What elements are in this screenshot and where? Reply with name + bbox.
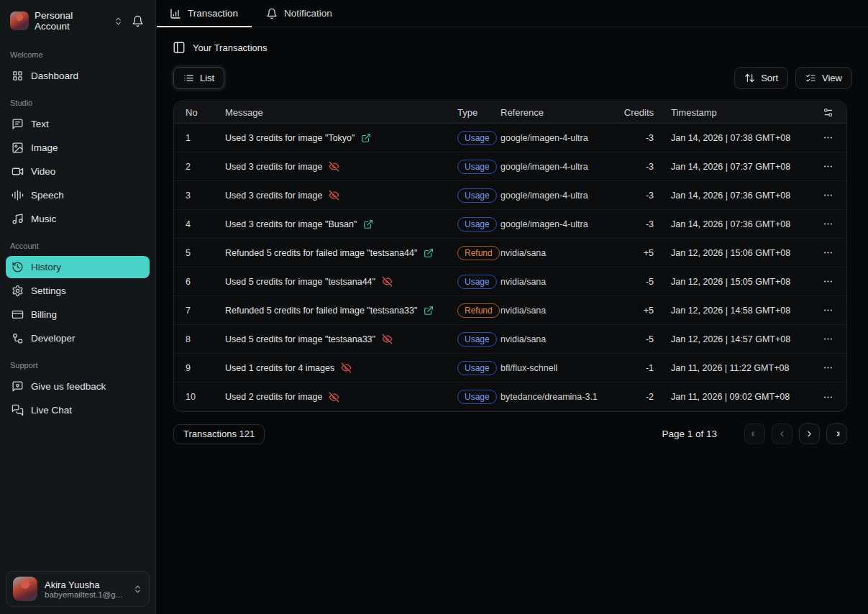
sidebar-item-history[interactable]: History — [6, 256, 150, 278]
header-credits: Credits — [619, 107, 654, 118]
row-actions-button[interactable] — [820, 389, 836, 405]
sidebar-item-speech[interactable]: Speech — [6, 184, 150, 206]
sidebar-item-billing[interactable]: Billing — [6, 303, 150, 326]
previous-page-button[interactable] — [772, 423, 792, 444]
user-email: babyemailtest.1@g... — [45, 590, 126, 599]
external-link-icon[interactable] — [361, 133, 371, 143]
row-reference: google/imagen-4-ultra — [501, 133, 619, 143]
sidebar-item-image[interactable]: Image — [6, 137, 150, 159]
row-type: Usage — [457, 275, 501, 289]
column-settings-icon[interactable] — [809, 107, 846, 118]
bell-icon[interactable] — [129, 12, 147, 30]
row-message-text: Used 3 credits for image "Tokyo" — [225, 133, 355, 143]
row-actions-button[interactable] — [820, 302, 836, 319]
page-title: Your Transactions — [193, 42, 268, 53]
bar-chart-icon — [170, 8, 181, 19]
row-actions-button[interactable] — [820, 244, 836, 261]
row-actions-button[interactable] — [820, 129, 836, 146]
tab-label: Notification — [284, 8, 332, 19]
table-row[interactable]: 8 Used 5 credits for image "testsana33" … — [174, 325, 846, 354]
eye-off-icon[interactable] — [329, 161, 339, 172]
tab-transaction[interactable]: Transaction — [156, 0, 252, 27]
row-timestamp: Jan 14, 2026 | 07:36 GMT+08 — [654, 191, 809, 201]
workflow-icon — [12, 332, 24, 344]
tab-notification[interactable]: Notification — [252, 0, 347, 27]
row-reference: google/imagen-4-ultra — [501, 219, 619, 229]
row-credits: -3 — [619, 162, 654, 172]
page-info: Page 1 of 13 — [662, 429, 717, 439]
eye-off-icon[interactable] — [382, 276, 393, 287]
message-text-icon — [12, 118, 24, 130]
list-icon — [183, 73, 194, 83]
last-page-button[interactable] — [826, 423, 847, 444]
eye-off-icon[interactable] — [329, 392, 339, 403]
row-timestamp: Jan 12, 2026 | 14:58 GMT+08 — [654, 306, 809, 316]
row-timestamp: Jan 12, 2026 | 14:57 GMT+08 — [654, 334, 809, 344]
panel-left-icon[interactable] — [173, 41, 186, 54]
table-row[interactable]: 10 Used 2 credits for image Usage byteda… — [174, 382, 846, 411]
first-page-button[interactable] — [744, 423, 765, 444]
account-switcher[interactable]: Personal Account — [6, 0, 150, 39]
row-credits: -3 — [619, 191, 654, 201]
row-actions-button[interactable] — [820, 331, 836, 347]
table-row[interactable]: 1 Used 3 credits for image "Tokyo" Usage… — [174, 124, 846, 152]
gear-icon — [12, 285, 24, 297]
row-number: 8 — [174, 334, 206, 344]
row-type: Usage — [457, 188, 501, 203]
table-row[interactable]: 2 Used 3 credits for image Usage google/… — [174, 152, 846, 181]
list-view-button[interactable]: List — [173, 67, 224, 89]
chevrons-up-down-icon — [114, 17, 123, 26]
row-type: Refund — [457, 303, 501, 318]
sidebar-item-settings[interactable]: Settings — [6, 280, 150, 302]
type-badge: Refund — [457, 246, 500, 260]
row-actions-button[interactable] — [820, 187, 836, 203]
table-row[interactable]: 9 Used 1 credits for 4 images Usage bfl/… — [174, 354, 846, 382]
sidebar-item-feedback[interactable]: Give us feedback — [6, 375, 150, 398]
row-reference: google/imagen-4-ultra — [501, 191, 619, 201]
row-message: Used 3 credits for image "Busan" — [206, 219, 457, 229]
sidebar-item-video[interactable]: Video — [6, 160, 150, 183]
table-row[interactable]: 4 Used 3 credits for image "Busan" Usage… — [174, 210, 846, 239]
sidebar-item-live-chat[interactable]: Live Chat — [6, 399, 150, 421]
sidebar-item-music[interactable]: Music — [6, 208, 150, 230]
sort-button[interactable]: Sort — [734, 67, 788, 89]
sidebar-item-developer[interactable]: Developer — [6, 327, 150, 349]
header-no: No — [174, 107, 206, 118]
row-actions-button[interactable] — [820, 359, 836, 376]
row-actions-button[interactable] — [820, 158, 836, 175]
sidebar-item-text[interactable]: Text — [6, 113, 150, 135]
row-timestamp: Jan 14, 2026 | 07:37 GMT+08 — [654, 162, 809, 172]
row-message-text: Used 3 credits for image — [225, 191, 322, 201]
table-row[interactable]: 7 Refunded 5 credits for failed image "t… — [174, 296, 846, 325]
row-credits: +5 — [619, 306, 654, 316]
external-link-icon[interactable] — [363, 219, 373, 229]
row-message: Used 3 credits for image "Tokyo" — [206, 133, 457, 143]
row-message-text: Used 1 credits for 4 images — [225, 363, 334, 373]
row-reference: nvidia/sana — [501, 306, 619, 316]
view-button-label: View — [822, 73, 842, 83]
external-link-icon[interactable] — [424, 248, 434, 258]
external-link-icon[interactable] — [424, 306, 434, 316]
sidebar-item-dashboard[interactable]: Dashboard — [6, 65, 150, 87]
row-message: Used 2 credits for image — [206, 392, 457, 403]
row-number: 3 — [174, 191, 206, 201]
next-page-button[interactable] — [799, 423, 820, 444]
type-badge: Usage — [457, 131, 497, 145]
row-reference: nvidia/sana — [501, 277, 619, 287]
type-badge: Usage — [457, 188, 497, 203]
table-row[interactable]: 5 Refunded 5 credits for failed image "t… — [174, 239, 846, 267]
user-menu[interactable]: Akira Yuusha babyemailtest.1@g... — [6, 571, 150, 607]
eye-off-icon[interactable] — [329, 190, 339, 201]
row-actions-button[interactable] — [820, 273, 836, 290]
row-type: Usage — [457, 217, 501, 232]
history-icon — [12, 261, 24, 273]
table-row[interactable]: 6 Used 5 credits for image "testsana44" … — [174, 267, 846, 296]
eye-off-icon[interactable] — [382, 334, 393, 344]
view-button[interactable]: View — [795, 67, 852, 89]
type-badge: Usage — [457, 217, 497, 232]
row-type: Usage — [457, 332, 501, 347]
row-actions-button[interactable] — [820, 216, 836, 232]
table-row[interactable]: 3 Used 3 credits for image Usage google/… — [174, 181, 846, 210]
eye-off-icon[interactable] — [341, 362, 352, 373]
row-type: Usage — [457, 361, 501, 375]
